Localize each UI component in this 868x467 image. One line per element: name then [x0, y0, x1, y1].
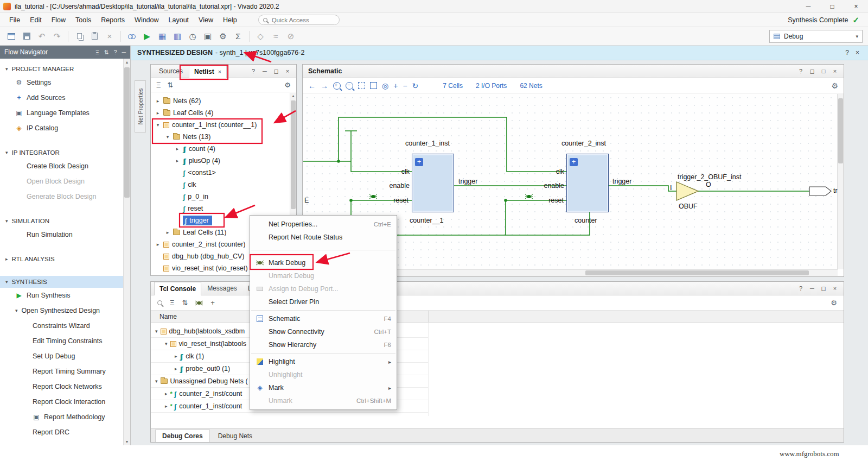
menu-item-net-properties[interactable]: Net Properties...Ctrl+E — [250, 218, 397, 231]
quick-access-input[interactable] — [271, 16, 330, 24]
section-rtl-analysis[interactable]: ▸ RTL ANALYSIS — [0, 253, 123, 265]
float-panel-icon[interactable]: ◻ — [273, 68, 279, 75]
tab-tcl-console[interactable]: Tcl Console — [154, 282, 201, 295]
help-icon[interactable]: ? — [797, 285, 804, 292]
menu-flow[interactable]: Flow — [47, 16, 71, 24]
zoom-out-icon[interactable] — [346, 82, 353, 90]
sigma-icon[interactable]: Σ — [231, 30, 245, 43]
tree-item-p-0-in[interactable]: ʃp_0_in — [151, 191, 290, 203]
flow-item-add-sources[interactable]: +Add Sources — [0, 90, 123, 105]
chevron-down-icon[interactable]: ▾ — [165, 341, 168, 346]
tree-item-leaf-cells-4[interactable]: ▸Leaf Cells (4) — [151, 107, 290, 119]
counter-1-block[interactable]: + — [412, 154, 454, 212]
tree-item-const1[interactable]: ʃ<const1> — [151, 167, 290, 179]
sort-icon[interactable]: ⇅ — [182, 299, 188, 307]
scroll-up-icon[interactable]: ▲ — [124, 60, 130, 64]
tree-item-nets-13[interactable]: ▾Nets (13) — [151, 131, 290, 143]
settings-icon[interactable]: ⚙ — [216, 30, 230, 43]
flow-item-ip-catalog[interactable]: ◈IP Catalog — [0, 121, 123, 136]
menu-item-assign-to-debug-port[interactable]: Assign to Debug Port... — [250, 282, 397, 295]
menu-item-show-hierarchy[interactable]: Show HierarchyF6 — [250, 338, 397, 351]
menu-item-report-net-route-status[interactable]: Report Net Route Status — [250, 231, 397, 244]
scrollbar-thumb[interactable] — [838, 98, 843, 163]
zoom-fit-icon[interactable] — [358, 82, 365, 89]
marker-icon[interactable]: ◇ — [253, 30, 267, 43]
scrollbar-thumb[interactable] — [585, 270, 809, 275]
tab-messages[interactable]: Messages — [202, 282, 242, 294]
close-button[interactable]: × — [844, 0, 868, 12]
tree-item-nets-62[interactable]: ▸Nets (62) — [151, 95, 290, 107]
tree-item-counter-1-inst[interactable]: ▾counter_1_inst (counter__1) — [151, 119, 290, 131]
forward-icon[interactable]: → — [321, 81, 328, 90]
scrollbar-thumb[interactable] — [291, 100, 296, 209]
chevron-down-icon[interactable]: ▾ — [165, 134, 170, 140]
gear-icon[interactable]: ⚙ — [831, 299, 837, 307]
menu-reports[interactable]: Reports — [96, 16, 130, 24]
delete-icon[interactable]: × — [103, 30, 117, 43]
open-project-icon[interactable] — [4, 30, 18, 43]
net-properties-collapsed-tab[interactable]: Net Properties — [135, 80, 146, 132]
chevron-right-icon[interactable]: ▸ — [155, 110, 161, 116]
scrollbar-thumb[interactable] — [124, 67, 130, 198]
collapse-all-icon[interactable]: Ξ — [95, 49, 99, 55]
chevron-right-icon[interactable]: ▸ — [175, 366, 177, 371]
menu-item-show-connectivity[interactable]: Show ConnectivityCtrl+T — [250, 325, 397, 338]
flow-item-report-drc[interactable]: Report DRC — [0, 425, 123, 440]
tree-item-reset[interactable]: ʃreset — [151, 203, 290, 214]
maximize-panel-icon[interactable]: □ — [820, 68, 827, 75]
tree-item-clk[interactable]: ʃclk — [151, 179, 290, 191]
flow-item-report-timing-summary[interactable]: Report Timing Summary — [0, 364, 123, 379]
chevron-down-icon[interactable]: ▾ — [155, 329, 158, 334]
section-synthesis[interactable]: ▾ SYNTHESIS — [0, 276, 123, 288]
add-icon[interactable]: + — [210, 299, 215, 307]
chevron-right-icon[interactable]: ▸ — [165, 403, 168, 409]
menu-item-mark[interactable]: ◈Mark▸ — [250, 381, 397, 394]
help-icon[interactable]: ? — [250, 68, 257, 75]
schedule-icon[interactable]: ▥ — [170, 30, 184, 43]
copy-icon[interactable] — [72, 30, 86, 43]
refresh-icon[interactable]: ↻ — [412, 81, 419, 90]
step-icon[interactable]: ▦ — [155, 30, 169, 43]
flow-item-report-methodology[interactable]: ▣Report Methodology — [0, 409, 123, 425]
scroll-down-icon[interactable]: ▼ — [124, 440, 130, 444]
menu-item-highlight[interactable]: Highlight▸ — [250, 355, 397, 368]
menu-item-select-driver-pin[interactable]: Select Driver Pin — [250, 295, 397, 308]
flow-item-generate-block-design[interactable]: Generate Block Design — [0, 189, 123, 204]
chevron-right-icon[interactable]: ▸ — [175, 158, 180, 163]
waveform-icon[interactable]: ≈ — [269, 30, 283, 43]
expand-all-icon[interactable]: ⇅ — [167, 81, 173, 89]
minimize-panel-icon[interactable]: ─ — [122, 49, 126, 55]
plus-icon[interactable]: + — [393, 81, 398, 90]
expand-block-icon[interactable]: + — [570, 158, 578, 166]
flow-navigator-scrollbar[interactable]: ▲ ▼ — [123, 59, 130, 445]
counter-2-block[interactable]: + — [566, 154, 609, 212]
zoom-selection-icon[interactable] — [370, 82, 377, 89]
menu-view[interactable]: View — [194, 16, 218, 24]
schematic-v-scrollbar[interactable] — [837, 94, 844, 269]
flow-item-constraints-wizard[interactable]: Constraints Wizard — [0, 318, 123, 333]
run-icon[interactable]: ▶ — [140, 30, 154, 43]
save-icon[interactable] — [20, 30, 34, 43]
close-icon[interactable]: × — [856, 49, 859, 56]
chevron-right-icon[interactable]: ▸ — [165, 230, 170, 235]
flow-item-run-simulation[interactable]: Run Simulation — [0, 227, 123, 242]
help-icon[interactable]: ? — [797, 68, 804, 75]
maximize-button[interactable]: □ — [820, 0, 844, 12]
tab-sources[interactable]: Sources — [154, 65, 188, 77]
minimize-button[interactable]: ─ — [796, 0, 820, 12]
back-icon[interactable]: ← — [308, 81, 316, 90]
bug-icon[interactable] — [195, 300, 203, 306]
gear-icon[interactable]: ⚙ — [284, 81, 291, 89]
undo-icon[interactable]: ↶ — [35, 30, 49, 43]
help-icon[interactable]: ? — [114, 49, 117, 55]
close-tab-icon[interactable]: × — [218, 68, 221, 75]
minus-icon[interactable]: − — [403, 81, 407, 90]
float-panel-icon[interactable]: ◻ — [820, 285, 827, 292]
flow-item-open-block-design[interactable]: Open Block Design — [0, 174, 123, 189]
chevron-down-icon[interactable]: ▾ — [155, 378, 158, 384]
flow-item-settings[interactable]: ⚙Settings — [0, 75, 123, 90]
flow-item-set-up-debug[interactable]: Set Up Debug — [0, 349, 123, 364]
layout-selector[interactable]: Debug ▾ — [769, 30, 863, 43]
chevron-right-icon[interactable]: ▸ — [155, 242, 161, 247]
paste-icon[interactable] — [87, 30, 101, 43]
